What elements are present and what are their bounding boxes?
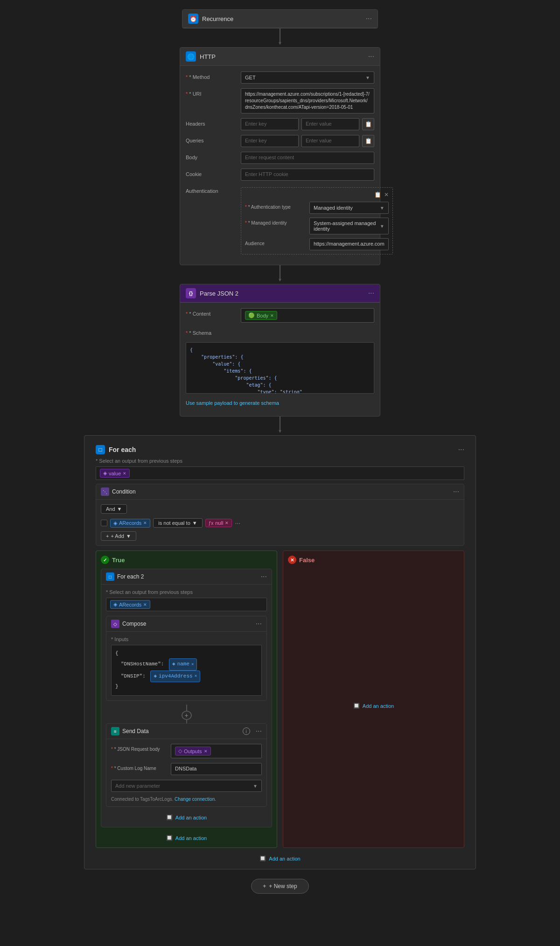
arecords-chip-close-icon[interactable]: ✕ (143, 521, 147, 525)
queries-value-input[interactable]: Enter value (301, 135, 359, 147)
change-connection-link[interactable]: Change connection. (175, 797, 216, 802)
arrow-3 (278, 417, 282, 435)
send-data-menu[interactable]: ··· (256, 727, 262, 735)
condition-op-select[interactable]: is not equal to ▼ (153, 518, 202, 528)
value-chip: ◈ value ✕ (100, 469, 130, 478)
audience-row: Audience https://management.azure.com (245, 238, 389, 250)
foreach-outer-menu[interactable]: ··· (458, 445, 464, 454)
cookie-input[interactable]: Enter HTTP cookie (241, 169, 374, 181)
foreach2-add-action-wrapper: 🔲 Add an action (106, 812, 267, 822)
foreach-outer-select[interactable]: ◈ value ✕ (96, 466, 464, 480)
arecords2-chip-close-icon[interactable]: ✕ (143, 602, 147, 607)
foreach2-add-action-icon: 🔲 (166, 814, 173, 820)
add-param-row: Add new parameter ▼ (111, 780, 262, 792)
body-chip-icon: 🟢 (248, 312, 255, 318)
queries-add-icon[interactable]: 📋 (362, 135, 374, 147)
recurrence-menu[interactable]: ··· (366, 14, 372, 23)
condition-more-icon[interactable]: ··· (235, 519, 240, 527)
condition-menu[interactable]: ··· (453, 487, 459, 496)
add-chevron-icon: ▼ (126, 533, 131, 539)
plus-circle-1[interactable]: + (182, 711, 192, 720)
schema-row: * Schema { "properties": { "value": { "i… (186, 327, 374, 406)
parse-json-header: {} Parse JSON 2 ··· (180, 284, 380, 303)
method-label: * Method (186, 71, 237, 80)
condition-and-row: And ▼ (101, 504, 459, 514)
schema-textarea[interactable]: { "properties": { "value": { "items": { … (186, 342, 374, 394)
cookie-label: Cookie (186, 169, 237, 177)
uri-input[interactable]: https://management.azure.com/subscriptio… (241, 88, 374, 113)
managed-identity-select[interactable]: System-assigned managed identity ▼ (309, 218, 389, 234)
compose-inner-card: ◇ Compose ··· * Inputs { (106, 616, 267, 701)
new-step-icon: + (263, 883, 266, 890)
schema-label: * Schema (186, 327, 374, 339)
foreach2-card: □ For each 2 ··· * Select an output from… (101, 569, 272, 827)
json-body-input[interactable]: ◇ Outputs ✕ (171, 744, 262, 758)
add-param-chevron-icon: ▼ (253, 784, 258, 789)
arecords2-chip-icon: ◈ (113, 601, 117, 607)
condition-add-button[interactable]: + + Add ▼ (101, 531, 136, 541)
auth-type-select[interactable]: Managed identity ▼ (309, 202, 389, 214)
condition-checkbox[interactable] (101, 520, 107, 526)
compose-input[interactable]: { "DNSHostName": ◈ name ✕ (111, 645, 262, 696)
http-body-row: Body Enter request content (186, 152, 374, 164)
ipv4-chip-close-icon[interactable]: ✕ (195, 672, 197, 680)
true-add-action-btn[interactable]: 🔲 Add an action (166, 833, 207, 843)
false-add-action-btn[interactable]: 🔲 Add an action (353, 701, 394, 711)
foreach-outer-body: * Select an output from previous steps ◈… (90, 458, 470, 484)
compose-icon: ◇ (111, 620, 119, 628)
send-data-info-icon[interactable]: i (243, 727, 250, 735)
condition-icon: ⋱ (101, 487, 109, 496)
arecords2-chip: ◈ ARecords ✕ (110, 600, 150, 609)
compose-menu[interactable]: ··· (256, 620, 262, 628)
http-uri-row: * URI https://management.azure.com/subsc… (186, 88, 374, 113)
new-step-button[interactable]: + + New step (251, 879, 308, 894)
schema-generate-link[interactable]: Use sample payload to generate schema (186, 400, 279, 406)
content-label: * Content (186, 308, 237, 317)
foreach2-body: * Select an output from previous steps ◈… (101, 585, 272, 827)
recurrence-title: Recurrence (202, 15, 362, 22)
custom-log-input[interactable]: DNSData (171, 763, 262, 775)
outputs-chip: ◇ Outputs ✕ (175, 747, 211, 755)
branch-false: ✕ False 🔲 Add an action (283, 551, 464, 848)
outer-add-action-btn[interactable]: 🔲 Add an action (259, 854, 300, 863)
audience-input[interactable]: https://management.azure.com (309, 238, 389, 250)
add-param-select[interactable]: Add new parameter ▼ (111, 780, 262, 792)
name-chip-close-icon[interactable]: ✕ (191, 661, 194, 668)
body-input[interactable]: Enter request content (241, 152, 374, 164)
foreach2-icon: □ (106, 572, 114, 581)
send-data-body: * JSON Request body ◇ Outputs ✕ (106, 739, 266, 806)
method-select[interactable]: GET ▼ (241, 71, 374, 84)
queries-key-input[interactable]: Enter key (241, 135, 299, 147)
headers-value-input[interactable]: Enter value (301, 118, 359, 130)
branch-false-label: False (299, 557, 315, 564)
headers-add-icon[interactable]: 📋 (362, 118, 374, 130)
condition-and-btn[interactable]: And ▼ (101, 504, 127, 514)
content-input[interactable]: 🟢 Body ✕ (241, 308, 374, 323)
send-data-card: ≡ Send Data i ··· * JSON Request body (106, 723, 267, 807)
foreach2-menu[interactable]: ··· (261, 572, 267, 581)
managed-identity-chevron-icon: ▼ (380, 224, 385, 229)
parse-json-menu[interactable]: ··· (368, 289, 374, 297)
compose-body: * Inputs { "DNSHostName": ◈ name (106, 632, 266, 700)
send-data-title: Send Data (122, 728, 240, 734)
body-chip-close-icon[interactable]: ✕ (270, 313, 274, 318)
headers-label: Headers (186, 118, 237, 127)
false-add-wrapper: 🔲 Add an action (353, 569, 394, 843)
recurrence-card: ⏰ Recurrence ··· (182, 9, 378, 28)
branch-true-header: ✓ True (101, 556, 272, 564)
auth-close-icon[interactable]: ✕ (384, 191, 389, 198)
foreach2-select[interactable]: ◈ ARecords ✕ (106, 598, 267, 611)
condition-add-row: + + Add ▼ (101, 531, 459, 541)
null-chip-close-icon[interactable]: ✕ (225, 521, 229, 525)
auth-copy-icon[interactable]: 📋 (374, 191, 381, 198)
outputs-chip-close-icon[interactable]: ✕ (204, 749, 208, 754)
foreach2-add-action-btn[interactable]: 🔲 Add an action (166, 812, 207, 822)
foreach-outer-icon: □ (96, 445, 105, 454)
plus-connector-1: + (106, 705, 267, 723)
false-icon: ✕ (288, 556, 296, 564)
auth-header: 📋 ✕ (245, 191, 389, 198)
value-chip-close-icon[interactable]: ✕ (123, 471, 126, 476)
recurrence-icon: ⏰ (188, 14, 198, 24)
http-menu[interactable]: ··· (368, 52, 374, 61)
headers-key-input[interactable]: Enter key (241, 118, 299, 130)
